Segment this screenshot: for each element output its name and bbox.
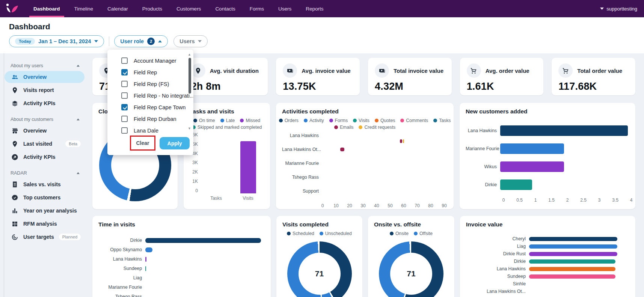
kpi-card-total-order-value: Total order value117.68K (552, 58, 635, 95)
kpi-card-avg-invoice-value: Avg. invoice value13.75K (276, 58, 360, 95)
kpi-card-avg-order-value: Avg. order value1.61K (460, 58, 544, 95)
bar-row: Dirkie Rust (466, 251, 629, 256)
role-option-field-rep-durban[interactable]: Field Rep Durban (107, 113, 193, 125)
sidebar-section-header[interactable]: About my customers (0, 115, 87, 124)
role-option-account-manager[interactable]: Account Manager (107, 55, 193, 66)
sidebar-item-label: RFM analysis (23, 221, 57, 227)
checkbox-icon[interactable] (121, 116, 128, 122)
chart-title: Time in visits (98, 221, 265, 228)
scroll-up-icon[interactable]: ▲ (188, 53, 191, 56)
bar-row: Dirkie (466, 259, 629, 264)
role-option-field-rep-fs-[interactable]: Field Rep (FS) (107, 78, 193, 90)
checkbox-icon[interactable] (121, 104, 128, 110)
kpi-title: Avg. visit duration (210, 68, 259, 74)
chart-title: New customers added (466, 108, 629, 115)
checkbox-icon[interactable] (121, 127, 128, 134)
scroll-down-icon[interactable]: ▼ (188, 127, 191, 130)
bar-row: Lana Hawkins Ot... (466, 289, 629, 294)
apply-button[interactable]: Apply (160, 137, 190, 149)
sidebar-section-header[interactable]: About my users (0, 62, 87, 70)
checkbox-icon[interactable] (121, 69, 128, 75)
nav-tab-customers[interactable]: Customers (170, 0, 207, 17)
sidebar-item-year-on-year-analysis[interactable]: Year on year analysis (5, 205, 84, 217)
bar-row: Liag (466, 244, 629, 249)
sidebar-item-sales-vs-visits[interactable]: Sales vs. visits (5, 178, 84, 190)
bar-row: Oppo Skynamo (98, 247, 265, 252)
role-option-lana-dale[interactable]: Lana Dale (107, 125, 193, 134)
vertical-bar-chart: 6K5K4K3K2K1K0TasksVisits (190, 132, 264, 201)
bar-row: Dirkie (98, 238, 265, 243)
nav-tab-timeline[interactable]: Timeline (68, 0, 100, 17)
layers-icon (11, 100, 18, 107)
donut-chart: 71 (282, 238, 356, 297)
legend-item: Late (220, 118, 235, 123)
sidebar-section-header[interactable]: RADAR (0, 169, 87, 177)
users-label: Users (179, 38, 195, 44)
checkbox-icon[interactable] (121, 57, 128, 64)
page-title: Dashboard (9, 22, 635, 31)
target-icon (11, 234, 18, 241)
legend-item: Missed (240, 118, 260, 123)
date-range-label: Jan 1 – Dec 31, 2024 (38, 38, 91, 44)
kpi-value: 13.75K (283, 81, 353, 92)
sidebar: About my usersOverviewVisits reportActiv… (0, 53, 87, 297)
legend-item: Scheduled (287, 231, 314, 236)
kpi-title: Avg. order value (486, 68, 529, 74)
bar-row: Marianne Fourie (466, 143, 629, 154)
kpi-value: 1.61K (467, 81, 537, 92)
nav-tab-reports[interactable]: Reports (299, 0, 330, 17)
sidebar-item-label: Visits report (23, 87, 54, 93)
bar-group: Tshego Rass (282, 175, 448, 185)
sidebar-item-activity-kpis[interactable]: Activity KPIs (5, 151, 84, 163)
nav-tab-forms[interactable]: Forms (243, 0, 270, 17)
checkbox-icon[interactable] (121, 92, 128, 99)
chart-card-tasks-and-visits: Tasks and visits On timeLateMissedSkippe… (184, 103, 270, 209)
sidebar-item-top-customers[interactable]: Top customers (5, 191, 84, 204)
sidebar-item-rfm-analysis[interactable]: RFM analysis (5, 218, 84, 230)
user-role-label: User role (120, 38, 144, 44)
role-option-field-rep-cape-town[interactable]: Field Rep Cape Town (107, 101, 193, 113)
kpi-value: 2h 8m (191, 81, 261, 92)
nav-tab-dashboard[interactable]: Dashboard (27, 0, 66, 17)
sidebar-item-label: Sales vs. visits (23, 181, 61, 187)
chart-title: Onsite vs. offsite (374, 221, 448, 228)
clear-button[interactable]: Clear (136, 140, 149, 146)
date-range-filter[interactable]: Today Jan 1 – Dec 31, 2024 (9, 35, 104, 47)
sidebar-item-overview[interactable]: Overview (5, 125, 84, 137)
sidebar-item-visits-report[interactable]: Visits report (5, 84, 84, 96)
filters-bar: Today Jan 1 – Dec 31, 2024 User role 2 U… (9, 35, 635, 47)
bar-row: Lana Hawkins (466, 125, 629, 136)
bar-row: Liag (98, 275, 265, 280)
bar-row: Tshego Rass (98, 294, 265, 297)
legend-item: Emails (334, 125, 354, 130)
chart-legend: On timeLateMissedSkipped and marked comp… (190, 118, 264, 130)
chart-card-visits-completed: Visits completed ScheduledUnscheduled 71 (276, 216, 362, 297)
bar-group: Marianne Fourie (282, 161, 448, 171)
sidebar-item-overview[interactable]: Overview (5, 71, 84, 83)
sidebar-item-last-visited[interactable]: Last visitedBeta (5, 138, 84, 150)
users-filter[interactable]: Users (173, 35, 208, 47)
role-option-field-rep-no-integrati-[interactable]: Field Rep - No integrati... (107, 90, 193, 101)
checkbox-icon[interactable] (121, 81, 128, 87)
pin-check-icon (11, 140, 18, 148)
user-role-filter[interactable]: User role 2 (114, 35, 168, 47)
bar-row: Cheryl (466, 236, 629, 241)
dropdown-footer: Clear Apply (107, 134, 193, 155)
legend-item: Visits (353, 118, 370, 123)
scrollbar-thumb[interactable] (189, 58, 191, 93)
bar-row: Sinhle (466, 281, 629, 286)
nav-tab-products[interactable]: Products (136, 0, 169, 17)
nav-tabs: DashboardTimelineCalendarProductsCustome… (27, 0, 330, 17)
account-menu[interactable]: supporttesting (600, 6, 637, 12)
nav-tab-contacts[interactable]: Contacts (209, 0, 241, 17)
chart-title: Invoice value (466, 221, 629, 228)
top-nav: DashboardTimelineCalendarProductsCustome… (0, 0, 644, 17)
clear-button-highlight: Clear (130, 136, 155, 151)
sidebar-item-activity-kpis[interactable]: Activity KPIs (5, 97, 84, 109)
sidebar-item-label: Top customers (23, 194, 60, 201)
nav-tab-users[interactable]: Users (272, 0, 298, 17)
nav-tab-calendar[interactable]: Calendar (101, 0, 134, 17)
sidebar-item-user-targets[interactable]: User targetsPlanned (5, 231, 84, 243)
user-role-dropdown: Account ManagerField RepField Rep (FS)Fi… (107, 50, 193, 155)
role-option-field-rep[interactable]: Field Rep (107, 66, 193, 78)
